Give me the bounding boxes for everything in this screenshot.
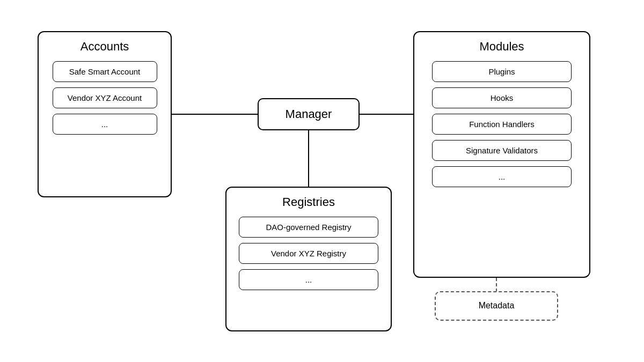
registries-item-2: ... (239, 269, 378, 290)
registries-title: Registries (237, 188, 380, 209)
accounts-item-0: Safe Smart Account (53, 61, 157, 82)
accounts-group: Accounts Safe Smart Account Vendor XYZ A… (38, 31, 172, 197)
manager-label: Manager (286, 107, 332, 121)
accounts-item-2: ... (53, 114, 157, 135)
accounts-title: Accounts (49, 32, 160, 54)
registries-group: Registries DAO-governed Registry Vendor … (225, 187, 392, 331)
manager-box: Manager (258, 98, 360, 130)
modules-item-4: ... (432, 166, 572, 187)
metadata-box: Metadata (435, 291, 558, 321)
modules-title: Modules (428, 32, 576, 54)
registries-item-0: DAO-governed Registry (239, 217, 378, 238)
accounts-item-1: Vendor XYZ Account (53, 87, 157, 108)
modules-item-1: Hooks (432, 87, 572, 108)
modules-group: Modules Plugins Hooks Function Handlers … (413, 31, 590, 278)
registries-item-1: Vendor XYZ Registry (239, 243, 378, 264)
architecture-diagram: Accounts Safe Smart Account Vendor XYZ A… (27, 15, 617, 348)
metadata-label: Metadata (479, 301, 515, 311)
modules-item-2: Function Handlers (432, 114, 572, 135)
modules-item-0: Plugins (432, 61, 572, 82)
modules-item-3: Signature Validators (432, 140, 572, 161)
